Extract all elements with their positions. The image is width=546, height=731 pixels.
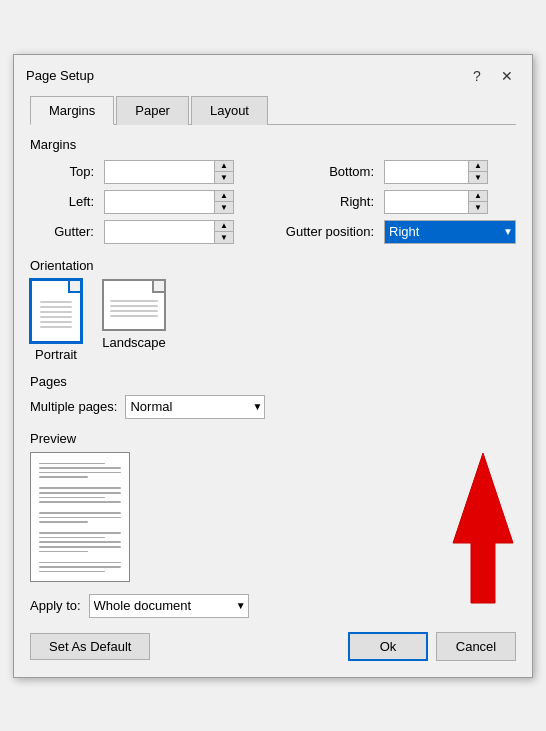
portrait-line xyxy=(40,326,72,328)
multiple-pages-select[interactable]: Normal Mirror margins 2 pages per sheet … xyxy=(126,396,264,418)
right-value[interactable]: 1" xyxy=(385,191,468,213)
gutter-position-select[interactable]: Right Left Top xyxy=(385,221,515,243)
apply-to-label: Apply to: xyxy=(30,598,81,613)
dialog-title: Page Setup xyxy=(26,68,94,83)
apply-to-dropdown[interactable]: Whole document This section This point f… xyxy=(89,594,249,618)
title-bar-left: Page Setup xyxy=(26,68,94,83)
top-value[interactable]: 1" xyxy=(105,161,214,183)
portrait-icon xyxy=(30,279,82,343)
preview-line xyxy=(39,497,105,499)
preview-line xyxy=(39,463,105,465)
bottom-input[interactable]: 1" ▲ ▼ xyxy=(384,160,488,184)
set-as-default-button[interactable]: Set As Default xyxy=(30,633,150,660)
preview-line xyxy=(39,571,105,573)
preview-line xyxy=(39,541,121,543)
apply-to-select[interactable]: Whole document This section This point f… xyxy=(90,595,248,617)
close-button[interactable]: ✕ xyxy=(494,63,520,89)
preview-line xyxy=(39,476,88,478)
tab-layout[interactable]: Layout xyxy=(191,96,268,125)
right-up-btn[interactable]: ▲ xyxy=(469,191,487,202)
right-down-btn[interactable]: ▼ xyxy=(469,201,487,213)
landscape-corner xyxy=(152,281,164,293)
portrait-option[interactable]: Portrait xyxy=(30,279,82,362)
left-down-btn[interactable]: ▼ xyxy=(215,201,233,213)
portrait-lines xyxy=(32,287,80,334)
pages-section-label: Pages xyxy=(30,374,516,389)
preview-line xyxy=(39,467,121,469)
landscape-option[interactable]: Landscape xyxy=(102,279,166,362)
gutter-down-btn[interactable]: ▼ xyxy=(215,231,233,243)
pages-section: Pages Multiple pages: Normal Mirror marg… xyxy=(30,374,516,419)
preview-line xyxy=(39,492,121,494)
gutter-input[interactable]: 0" ▲ ▼ xyxy=(104,220,234,244)
portrait-line xyxy=(40,321,72,323)
right-label: Right: xyxy=(268,194,378,209)
preview-line xyxy=(39,521,88,523)
title-bar-right: ? ✕ xyxy=(464,63,520,89)
landscape-line xyxy=(110,315,158,317)
bottom-down-btn[interactable]: ▼ xyxy=(469,171,487,183)
cancel-button[interactable]: Cancel xyxy=(436,632,516,661)
gutter-value[interactable]: 0" xyxy=(105,221,214,243)
portrait-line xyxy=(40,301,72,303)
landscape-label: Landscape xyxy=(102,335,166,350)
preview-line xyxy=(39,517,121,519)
left-value[interactable]: 1" xyxy=(105,191,214,213)
preview-label: Preview xyxy=(30,431,516,446)
top-up-btn[interactable]: ▲ xyxy=(215,161,233,172)
tab-bar: Margins Paper Layout xyxy=(30,95,516,125)
gutter-position-dropdown[interactable]: Right Left Top ▼ xyxy=(384,220,516,244)
landscape-icon xyxy=(102,279,166,331)
top-input[interactable]: 1" ▲ ▼ xyxy=(104,160,234,184)
portrait-line xyxy=(40,316,72,318)
button-row: Set As Default Ok Cancel xyxy=(30,632,516,661)
gutter-label: Gutter: xyxy=(30,224,98,239)
landscape-line xyxy=(110,310,158,312)
gutter-up-btn[interactable]: ▲ xyxy=(215,221,233,232)
apply-to-row: Apply to: Whole document This section Th… xyxy=(30,594,516,618)
preview-line xyxy=(39,551,88,553)
portrait-line xyxy=(40,306,72,308)
right-input[interactable]: 1" ▲ ▼ xyxy=(384,190,488,214)
title-bar: Page Setup ? ✕ xyxy=(14,55,532,95)
button-row-right: Ok Cancel xyxy=(348,632,516,661)
landscape-line xyxy=(110,305,158,307)
dialog-content: Margins Paper Layout Margins Top: 1" ▲ ▼ xyxy=(14,95,532,677)
multiple-pages-dropdown[interactable]: Normal Mirror margins 2 pages per sheet … xyxy=(125,395,265,419)
preview-line xyxy=(39,562,121,564)
bottom-label: Bottom: xyxy=(268,164,378,179)
help-button[interactable]: ? xyxy=(464,63,490,89)
portrait-corner xyxy=(68,281,80,293)
preview-page xyxy=(30,452,130,582)
preview-line xyxy=(39,566,121,568)
ok-button[interactable]: Ok xyxy=(348,632,428,661)
preview-line xyxy=(39,537,105,539)
preview-line xyxy=(39,501,121,503)
pages-row: Multiple pages: Normal Mirror margins 2 … xyxy=(30,395,516,419)
margins-section-label: Margins xyxy=(30,137,516,152)
multiple-pages-label: Multiple pages: xyxy=(30,399,117,414)
portrait-line xyxy=(40,311,72,313)
preview-line xyxy=(39,546,121,548)
gutter-position-label: Gutter position: xyxy=(268,224,378,239)
preview-line xyxy=(39,472,121,474)
preview-box xyxy=(30,452,516,582)
preview-line xyxy=(39,532,121,534)
left-input[interactable]: 1" ▲ ▼ xyxy=(104,190,234,214)
tab-paper[interactable]: Paper xyxy=(116,96,189,125)
preview-section: Preview xyxy=(30,431,516,582)
bottom-value[interactable]: 1" xyxy=(385,161,468,183)
preview-line xyxy=(39,512,121,514)
page-setup-dialog: Page Setup ? ✕ Margins Paper Layout Marg… xyxy=(13,54,533,678)
tab-margins[interactable]: Margins xyxy=(30,96,114,125)
preview-line xyxy=(39,487,121,489)
left-label: Left: xyxy=(30,194,98,209)
orientation-group: Portrait Landscape xyxy=(30,279,516,362)
top-label: Top: xyxy=(30,164,98,179)
portrait-label: Portrait xyxy=(35,347,77,362)
orientation-section-label: Orientation xyxy=(30,258,516,273)
landscape-line xyxy=(110,300,158,302)
left-up-btn[interactable]: ▲ xyxy=(215,191,233,202)
top-down-btn[interactable]: ▼ xyxy=(215,171,233,183)
bottom-up-btn[interactable]: ▲ xyxy=(469,161,487,172)
